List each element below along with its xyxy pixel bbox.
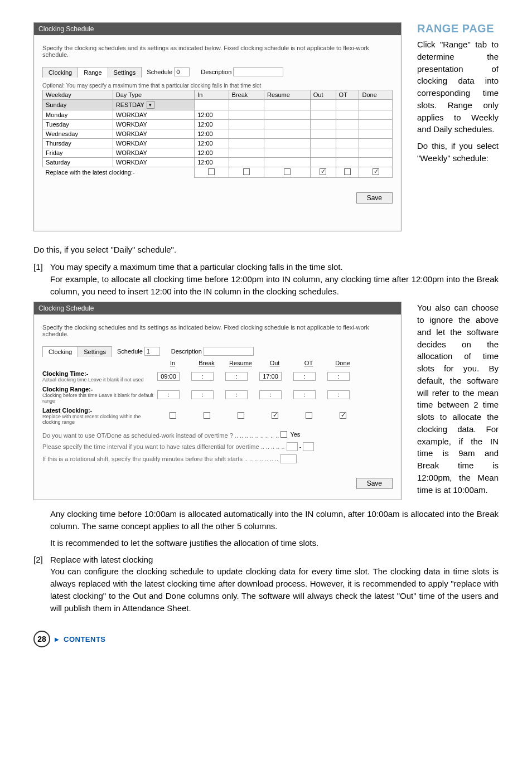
tab-range[interactable]: Range bbox=[78, 67, 108, 78]
schedule-description-text: Specify the clocking schedules and its s… bbox=[42, 45, 393, 58]
replace-ot-checkbox[interactable] bbox=[344, 168, 351, 175]
description-label: Description bbox=[201, 69, 231, 75]
table-row: SaturdayWORKDAY12:00 bbox=[43, 158, 393, 167]
cell-weekday: Friday bbox=[43, 148, 113, 158]
cell-daytype[interactable]: RESTDAY▾ bbox=[113, 100, 194, 110]
rates-dash: - bbox=[299, 443, 302, 450]
clocking-time-ot[interactable] bbox=[293, 372, 316, 381]
clocking-time-in[interactable] bbox=[157, 372, 180, 381]
tab-settings[interactable]: Settings bbox=[78, 346, 112, 357]
clocking-range-break[interactable] bbox=[191, 390, 214, 399]
cell-daytype[interactable]: WORKDAY bbox=[113, 129, 194, 139]
ot-done-yes-checkbox[interactable] bbox=[280, 431, 287, 438]
col-resume: Resume bbox=[225, 360, 256, 366]
clocking-range-sub: Clocking before this time Leave it blank… bbox=[42, 393, 154, 404]
col-done: Done bbox=[327, 360, 358, 366]
rates-interval-from[interactable] bbox=[287, 442, 298, 451]
replace-break-checkbox[interactable] bbox=[243, 168, 250, 175]
replace-done-checkbox[interactable] bbox=[373, 168, 379, 175]
cell-in[interactable]: 12:00 bbox=[195, 110, 229, 120]
contents-link[interactable]: CONTENTS bbox=[64, 635, 106, 643]
rotational-shift-row: If this is a rotational shift, specify t… bbox=[42, 454, 393, 463]
clocking-range-in[interactable] bbox=[157, 390, 180, 399]
tab-clocking[interactable]: Clocking bbox=[42, 346, 78, 357]
clocking-range-ot[interactable] bbox=[293, 390, 316, 399]
clocking-range-out[interactable] bbox=[259, 390, 282, 399]
rates-interval-to[interactable] bbox=[303, 442, 314, 451]
latest-in-checkbox[interactable] bbox=[170, 412, 176, 419]
latest-out-checkbox[interactable] bbox=[272, 412, 278, 419]
cell-weekday: Thursday bbox=[43, 139, 113, 148]
replace-resume-checkbox[interactable] bbox=[284, 168, 291, 175]
save-button[interactable]: Save bbox=[356, 192, 393, 204]
description-label: Description bbox=[171, 348, 202, 355]
daily-schedule-note: Do this, if you select "Daily" schedule"… bbox=[33, 245, 499, 254]
tab-strip: Clocking Settings bbox=[42, 346, 112, 357]
clocking-schedule-range-screenshot: Clocking Schedule Specify the clocking s… bbox=[33, 22, 402, 231]
replace-out-checkbox[interactable] bbox=[320, 168, 326, 175]
description-input[interactable] bbox=[204, 347, 254, 356]
latest-done-checkbox[interactable] bbox=[340, 412, 346, 419]
chevron-down-icon[interactable]: ▾ bbox=[147, 101, 154, 109]
ot-done-question: Do you want to use OT/Done as scheduled-… bbox=[42, 432, 279, 439]
yes-label: Yes bbox=[290, 431, 300, 438]
col-in: In bbox=[195, 90, 229, 100]
clocking-range-resume[interactable] bbox=[225, 390, 248, 399]
clocking-time-row: Clocking Time:-Actual clocking time Leav… bbox=[42, 369, 393, 384]
col-ot: OT bbox=[293, 360, 324, 366]
clocking-schedule-daily-screenshot: Clocking Schedule Specify the clocking s… bbox=[33, 302, 402, 500]
save-button[interactable]: Save bbox=[356, 478, 393, 489]
clocking-time-resume[interactable] bbox=[225, 372, 248, 381]
rotational-minutes-input[interactable] bbox=[280, 454, 297, 463]
col-break: Break bbox=[229, 90, 264, 100]
tab-strip: Clocking Range Settings bbox=[42, 66, 141, 78]
replace-row: Replace with the latest clocking:- bbox=[43, 167, 393, 178]
schedule-label: Schedule bbox=[117, 348, 143, 355]
clocking-time-sub: Actual clocking time Leave it blank if n… bbox=[42, 377, 154, 383]
item-2-body: You can configure the clocking schedule … bbox=[50, 567, 499, 612]
cell-in[interactable]: 12:00 bbox=[195, 129, 229, 139]
cell-in[interactable]: 12:00 bbox=[195, 148, 229, 158]
tab-clocking[interactable]: Clocking bbox=[42, 67, 78, 78]
cell-in[interactable]: 12:00 bbox=[195, 120, 229, 129]
page-footer: 28 ▶ CONTENTS bbox=[33, 631, 499, 647]
schedule-description-text: Specify the clocking schedules and its s… bbox=[42, 324, 393, 337]
col-daytype: Day Type bbox=[113, 90, 194, 100]
schedule-number-input[interactable] bbox=[144, 347, 160, 356]
schedule-label: Schedule bbox=[147, 69, 172, 75]
cell-daytype[interactable]: WORKDAY bbox=[113, 158, 194, 167]
mid-right-paragraph: You also can choose to ignore the above … bbox=[417, 302, 499, 496]
item-2-title: Replace with latest clocking bbox=[50, 555, 153, 564]
latest-clocking-label: Latest Clocking:- bbox=[42, 407, 92, 414]
cell-in[interactable] bbox=[195, 100, 229, 110]
optional-caption: Optional: You may specify a maximum time… bbox=[42, 83, 393, 89]
table-row: FridayWORKDAY12:00 bbox=[43, 148, 393, 158]
description-input[interactable] bbox=[233, 67, 283, 76]
cell-weekday: Tuesday bbox=[43, 120, 113, 129]
clocking-range-done[interactable] bbox=[327, 390, 350, 399]
schedule-number-input[interactable] bbox=[174, 67, 190, 76]
col-break: Break bbox=[191, 360, 222, 366]
col-ot: OT bbox=[336, 90, 359, 100]
clocking-time-break[interactable] bbox=[191, 372, 214, 381]
window-title: Clocking Schedule bbox=[34, 23, 401, 35]
cell-daytype[interactable]: WORKDAY bbox=[113, 139, 194, 148]
clocking-time-out[interactable] bbox=[259, 372, 282, 381]
latest-break-checkbox[interactable] bbox=[204, 412, 210, 419]
cell-in[interactable]: 12:00 bbox=[195, 139, 229, 148]
replace-in-checkbox[interactable] bbox=[208, 168, 215, 175]
item-1-line-1: You may specify a maximum time that a pa… bbox=[50, 262, 343, 272]
latest-ot-checkbox[interactable] bbox=[306, 412, 312, 419]
tab-settings[interactable]: Settings bbox=[108, 67, 142, 78]
clocking-time-done[interactable] bbox=[327, 372, 350, 381]
window-title: Clocking Schedule bbox=[34, 302, 401, 314]
col-weekday: Weekday bbox=[43, 90, 113, 100]
cell-daytype[interactable]: WORKDAY bbox=[113, 148, 194, 158]
cell-daytype[interactable]: WORKDAY bbox=[113, 120, 194, 129]
table-row: MondayWORKDAY12:00 bbox=[43, 110, 393, 120]
latest-resume-checkbox[interactable] bbox=[238, 412, 244, 419]
cell-daytype[interactable]: WORKDAY bbox=[113, 110, 194, 120]
cell-in[interactable]: 12:00 bbox=[195, 158, 229, 167]
item-2: [2] Replace with latest clocking You can… bbox=[33, 554, 499, 614]
col-in: In bbox=[157, 360, 188, 366]
